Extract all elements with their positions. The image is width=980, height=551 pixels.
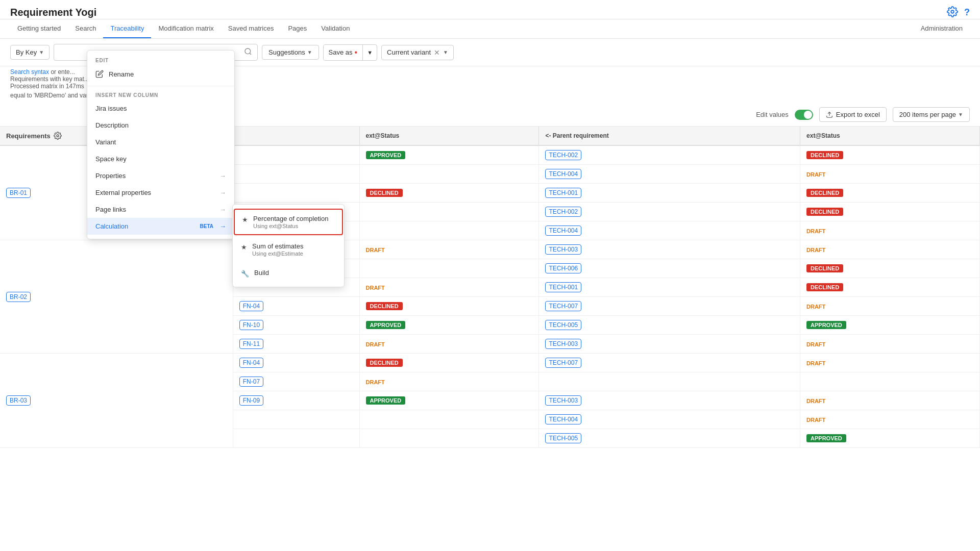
svg-line-2 xyxy=(250,53,251,55)
settings-icon[interactable] xyxy=(947,6,958,19)
items-per-page-select[interactable]: 200 items per page ▼ xyxy=(893,107,970,122)
app-header: Requirement Yogi ? xyxy=(0,0,980,19)
save-as-dropdown-chevron[interactable]: ▼ xyxy=(363,46,377,59)
export-excel-button[interactable]: Export to excel xyxy=(819,107,887,122)
filter-chevron: ▼ xyxy=(39,49,44,55)
page-links-arrow: → xyxy=(220,206,226,213)
menu-divider-1 xyxy=(87,86,234,86)
description-menu-item[interactable]: Description xyxy=(87,117,234,134)
variant-clear-icon[interactable]: ✕ xyxy=(434,48,440,57)
nav-getting-started[interactable]: Getting started xyxy=(10,19,68,38)
rename-menu-item[interactable]: Rename xyxy=(87,65,234,83)
search-icon[interactable] xyxy=(244,47,252,57)
req-br02: BR-02 xyxy=(0,240,233,354)
app-title: Requirement Yogi xyxy=(10,7,96,18)
table-row: BR-03 FN-04 DECLINED TECH-007 DRAFT xyxy=(0,354,980,372)
table-row: BR-02 DRAFT TECH-003 DRAFT xyxy=(0,240,980,259)
filter-select[interactable]: By Key ▼ xyxy=(10,45,50,60)
variant-menu-item[interactable]: Variant xyxy=(87,134,234,151)
edit-values-toggle[interactable] xyxy=(795,110,813,120)
col-ext-status-2: ext@Status xyxy=(800,127,980,145)
svg-point-1 xyxy=(245,48,251,54)
pencil-icon xyxy=(95,70,104,78)
save-as-button[interactable]: Save as • ▼ xyxy=(323,44,377,61)
col-parent-req: <- Parent requirement xyxy=(539,127,800,145)
nav-administration[interactable]: Administration xyxy=(914,19,970,38)
suggestions-chevron: ▼ xyxy=(307,49,312,55)
save-as-dot: • xyxy=(355,48,358,57)
external-properties-menu-item[interactable]: External properties → xyxy=(87,184,234,201)
search-syntax-link[interactable]: Search syntax xyxy=(10,68,49,76)
properties-arrow: → xyxy=(220,172,226,180)
nav-pages[interactable]: Pages xyxy=(281,19,314,38)
col-ext-status-1: ext@Status xyxy=(359,127,539,145)
requirements-gear-icon[interactable] xyxy=(54,132,62,140)
nav-validation[interactable]: Validation xyxy=(314,19,357,38)
save-as-main[interactable]: Save as • xyxy=(324,45,363,60)
insert-section-label: INSERT NEW COLUMN xyxy=(87,89,234,100)
suggestions-button[interactable]: Suggestions ▼ xyxy=(262,45,318,60)
properties-menu-item[interactable]: Properties → xyxy=(87,167,234,184)
calculation-sub-menu: ★ Percentage of completion Using ext@Sta… xyxy=(232,204,345,287)
calculation-arrow: → xyxy=(219,222,226,230)
nav-search[interactable]: Search xyxy=(68,19,103,38)
column-edit-menu: EDIT Rename INSERT NEW COLUMN Jira issue… xyxy=(87,50,235,239)
nav-modification-matrix[interactable]: Modification matrix xyxy=(151,19,220,38)
header-icons: ? xyxy=(947,6,970,19)
jira-issues-menu-item[interactable]: Jira issues xyxy=(87,100,234,117)
nav-saved-matrices[interactable]: Saved matrices xyxy=(221,19,281,38)
items-per-page-chevron: ▼ xyxy=(958,112,963,117)
build-item[interactable]: 🔧 Build xyxy=(233,263,344,284)
nav-traceability[interactable]: Traceability xyxy=(103,19,151,38)
nav-bar: Getting started Search Traceability Modi… xyxy=(0,19,980,39)
percentage-completion-item[interactable]: ★ Percentage of completion Using ext@Sta… xyxy=(234,209,343,235)
svg-point-4 xyxy=(57,135,59,137)
toggle-knob xyxy=(804,111,812,119)
beta-badge: BETA xyxy=(197,222,216,230)
edit-section-label: EDIT xyxy=(87,55,234,65)
space-key-menu-item[interactable]: Space key xyxy=(87,151,234,167)
star-icon-sum: ★ xyxy=(241,243,247,251)
page-links-menu-item[interactable]: Page links → xyxy=(87,201,234,218)
build-icon: 🔧 xyxy=(241,270,249,278)
variant-chevron: ▼ xyxy=(443,49,448,55)
external-properties-arrow: → xyxy=(220,189,226,196)
current-variant-select[interactable]: Current variant ✕ ▼ xyxy=(381,45,454,60)
req-br03: BR-03 xyxy=(0,354,233,448)
calculation-menu-item[interactable]: Calculation BETA → xyxy=(87,218,234,235)
edit-values-label: Edit values xyxy=(756,111,789,118)
sum-estimates-item[interactable]: ★ Sum of estimates Using ext@Estimate xyxy=(233,236,344,263)
col-fn xyxy=(233,127,359,145)
star-icon-percentage: ★ xyxy=(242,216,248,223)
help-icon[interactable]: ? xyxy=(964,7,970,18)
calculation-beta-group: BETA → xyxy=(197,222,226,230)
svg-point-0 xyxy=(951,10,954,13)
